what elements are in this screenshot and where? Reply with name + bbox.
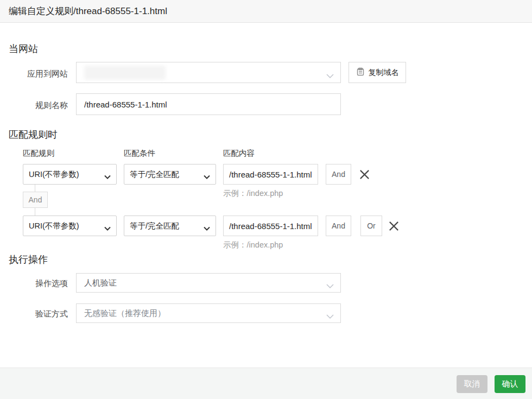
remove-rule-button-1[interactable]	[357, 164, 371, 185]
match-content-input-2[interactable]	[223, 216, 318, 236]
connector-line	[35, 208, 35, 216]
rule-name-input[interactable]	[76, 93, 341, 115]
match-condition-value-1: 等于/完全匹配	[130, 169, 179, 180]
redacted-domain-value	[84, 66, 166, 80]
dialog-header: 编辑自定义规则/thread-68555-1-1.html	[0, 0, 532, 23]
connector-and-button[interactable]: And	[23, 192, 48, 208]
match-rule-select-1[interactable]: URI(不带参数)	[23, 164, 117, 185]
apply-site-label: 应用到网站	[9, 69, 68, 79]
match-rule-value-2: URI(不带参数)	[29, 221, 79, 231]
section-heading-site: 当网站	[9, 42, 38, 55]
dialog-footer: 取消 确认	[0, 368, 532, 399]
column-header-condition: 匹配条件	[124, 148, 155, 159]
copy-icon	[356, 67, 365, 78]
page-title: 编辑自定义规则/thread-68555-1-1.html	[9, 5, 167, 17]
rule-name-label: 规则名称	[9, 100, 68, 111]
or-button-2[interactable]: Or	[360, 216, 382, 236]
close-icon	[388, 220, 400, 232]
match-rule-value-1: URI(不带参数)	[29, 169, 79, 180]
section-heading-match: 匹配规则时	[9, 128, 58, 141]
action-option-select[interactable]: 人机验证	[76, 273, 341, 293]
cancel-button[interactable]: 取消	[457, 375, 487, 393]
match-condition-select-1[interactable]: 等于/完全匹配	[124, 164, 216, 185]
apply-site-select[interactable]	[76, 62, 341, 83]
action-option-label: 操作选项	[9, 278, 68, 289]
verify-method-select[interactable]: 无感验证（推荐使用）	[76, 303, 341, 323]
action-option-value: 人机验证	[84, 278, 117, 288]
chevron-down-icon	[326, 281, 334, 290]
match-condition-value-2: 等于/完全匹配	[130, 221, 179, 231]
chevron-down-icon	[204, 172, 210, 181]
rule-hint-1: 示例：/index.php	[223, 188, 283, 199]
column-header-rule: 匹配规则	[23, 148, 54, 159]
verify-method-value: 无感验证（推荐使用）	[84, 308, 166, 319]
chevron-down-icon	[326, 311, 334, 320]
connector-line	[35, 185, 35, 192]
close-icon	[359, 169, 370, 180]
column-header-content: 匹配内容	[223, 148, 255, 159]
chevron-down-icon	[326, 71, 334, 80]
and-button-2[interactable]: And	[326, 216, 351, 236]
rule-hint-2: 示例：/index.php	[223, 240, 283, 250]
match-content-input-1[interactable]	[223, 164, 318, 185]
section-heading-action: 执行操作	[9, 253, 48, 266]
chevron-down-icon	[104, 172, 111, 181]
match-rule-select-2[interactable]: URI(不带参数)	[23, 216, 117, 236]
match-condition-select-2[interactable]: 等于/完全匹配	[124, 216, 216, 236]
edit-custom-rule-dialog: 编辑自定义规则/thread-68555-1-1.html 当网站 应用到网站 …	[0, 0, 532, 399]
copy-domain-button[interactable]: 复制域名	[349, 62, 406, 83]
chevron-down-icon	[204, 224, 210, 232]
remove-rule-button-2[interactable]	[387, 216, 401, 236]
copy-domain-label: 复制域名	[369, 68, 399, 78]
verify-method-label: 验证方式	[9, 309, 68, 319]
and-button-1[interactable]: And	[326, 164, 351, 185]
confirm-button[interactable]: 确认	[495, 375, 525, 393]
chevron-down-icon	[104, 224, 111, 232]
